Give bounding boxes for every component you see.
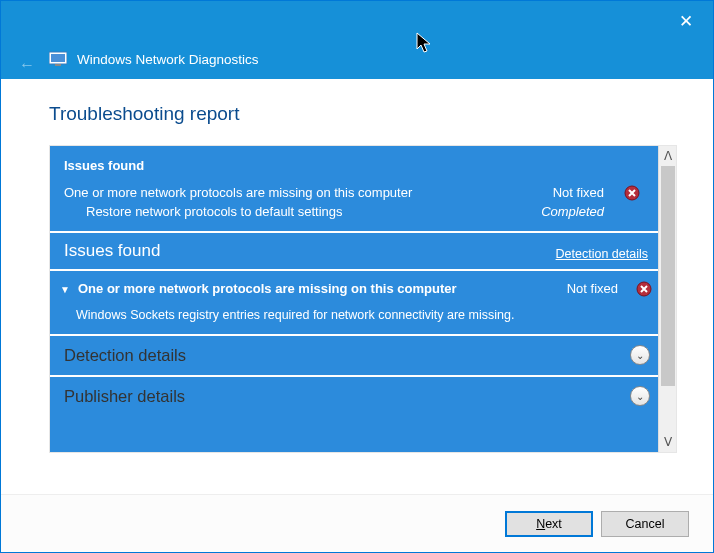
svg-rect-2 (55, 64, 61, 66)
vertical-scrollbar[interactable]: ᐱ ᐯ (658, 146, 676, 452)
next-rest: ext (545, 517, 562, 531)
issue-title: One or more network protocols are missin… (78, 281, 458, 296)
back-arrow-icon: ← (19, 56, 35, 74)
issues-section-title: Issues found Detection details (50, 233, 658, 271)
svg-rect-1 (51, 54, 65, 62)
summary-action-status: Completed (541, 204, 604, 219)
scroll-up-arrow-icon[interactable]: ᐱ (659, 146, 676, 166)
next-mnemonic: N (536, 517, 545, 531)
publisher-details-label: Publisher details (64, 387, 185, 405)
publisher-details-section[interactable]: Publisher details ⌄ (50, 377, 658, 416)
detection-details-link[interactable]: Detection details (556, 247, 648, 261)
summary-issue-text: One or more network protocols are missin… (64, 185, 412, 200)
app-icon (49, 51, 67, 66)
issue-status: Not fixed (567, 281, 618, 296)
summary-issue-row: One or more network protocols are missin… (64, 183, 644, 202)
scroll-track[interactable] (659, 166, 676, 432)
summary-action-row: Restore network protocols to default set… (64, 202, 644, 221)
page-heading: Troubleshooting report (49, 103, 677, 125)
summary-action-text: Restore network protocols to default set… (86, 204, 343, 219)
summary-header: Issues found (64, 156, 644, 175)
detection-details-label: Detection details (64, 346, 186, 364)
error-icon (624, 185, 640, 201)
scroll-thumb[interactable] (661, 166, 675, 386)
issues-title-text: Issues found (64, 241, 160, 260)
detection-details-section[interactable]: Detection details ⌄ (50, 336, 658, 377)
next-button[interactable]: Next (505, 511, 593, 537)
cancel-button[interactable]: Cancel (601, 511, 689, 537)
footer: Next Cancel (1, 494, 713, 552)
chevron-down-icon: ⌄ (630, 386, 650, 406)
issue-expanded[interactable]: ▼ One or more network protocols are miss… (50, 271, 658, 336)
cursor-icon (415, 31, 435, 55)
error-icon (636, 281, 652, 297)
app-title: Windows Network Diagnostics (77, 52, 259, 67)
title-bar: ✕ ← Windows Network Diagnostics (1, 1, 713, 79)
report-panel: Issues found One or more network protoco… (50, 146, 658, 452)
summary-section: Issues found One or more network protoco… (50, 146, 658, 233)
issue-description: Windows Sockets registry entries require… (76, 308, 644, 322)
chevron-down-icon: ⌄ (630, 345, 650, 365)
content-area: Troubleshooting report Issues found One … (1, 79, 713, 494)
summary-issue-status: Not fixed (553, 185, 604, 200)
collapse-arrow-icon: ▼ (60, 284, 70, 295)
report-container: Issues found One or more network protoco… (49, 145, 677, 453)
close-button[interactable]: ✕ (671, 7, 701, 36)
scroll-down-arrow-icon[interactable]: ᐯ (659, 432, 676, 452)
